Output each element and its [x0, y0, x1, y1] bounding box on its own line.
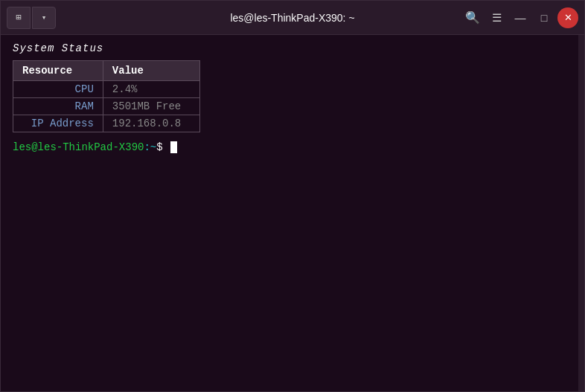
- cpu-value: 2.4%: [103, 81, 199, 98]
- prompt-path: :~: [144, 141, 156, 153]
- maximize-button[interactable]: □: [534, 7, 554, 28]
- minimize-button[interactable]: —: [510, 7, 531, 28]
- title-bar-left: ⊞ ▾: [7, 7, 56, 29]
- prompt-line: les@les-ThinkPad-X390 :~ $: [13, 141, 566, 153]
- title-bar: ⊞ ▾ les@les-ThinkPad-X390: ~ 🔍 ☰ — □ ✕: [1, 1, 584, 35]
- terminal-content: System Status Resource Value CPU 2.4% RA…: [13, 42, 566, 384]
- ram-label: RAM: [13, 98, 103, 115]
- table-row: CPU 2.4%: [13, 81, 200, 98]
- resource-header: Resource: [13, 61, 103, 81]
- table-row: RAM 3501MB Free: [13, 98, 200, 115]
- dropdown-button[interactable]: ▾: [32, 7, 56, 29]
- title-bar-right: 🔍 ☰ — □ ✕: [462, 7, 578, 28]
- prompt-symbol: $: [156, 141, 169, 153]
- close-icon: ✕: [564, 12, 572, 23]
- menu-button[interactable]: ☰: [486, 7, 507, 28]
- ip-value: 192.168.0.8: [103, 115, 199, 132]
- new-tab-button[interactable]: ⊞: [7, 7, 31, 29]
- ip-label: IP Address: [13, 115, 103, 132]
- terminal-body[interactable]: System Status Resource Value CPU 2.4% RA…: [1, 35, 584, 391]
- hamburger-icon: ☰: [492, 11, 502, 25]
- window-title: les@les-ThinkPad-X390: ~: [230, 12, 354, 24]
- prompt-user-host: les@les-ThinkPad-X390: [13, 141, 144, 153]
- value-header: Value: [103, 61, 199, 81]
- chevron-down-icon: ▾: [42, 13, 47, 22]
- cpu-label: CPU: [13, 81, 103, 98]
- new-tab-icon: ⊞: [16, 12, 21, 23]
- table-row: IP Address 192.168.0.8: [13, 115, 200, 132]
- terminal-window: ⊞ ▾ les@les-ThinkPad-X390: ~ 🔍 ☰ — □ ✕: [0, 0, 585, 392]
- status-table: Resource Value CPU 2.4% RAM 3501MB Free …: [13, 60, 200, 132]
- search-button[interactable]: 🔍: [462, 7, 483, 28]
- search-icon: 🔍: [465, 10, 480, 25]
- maximize-icon: □: [541, 12, 547, 24]
- system-status-title: System Status: [13, 42, 566, 54]
- ram-value: 3501MB Free: [103, 98, 199, 115]
- cursor: [170, 141, 177, 153]
- scrollbar[interactable]: [578, 35, 584, 391]
- minimize-icon: —: [515, 11, 526, 24]
- close-button[interactable]: ✕: [557, 7, 578, 28]
